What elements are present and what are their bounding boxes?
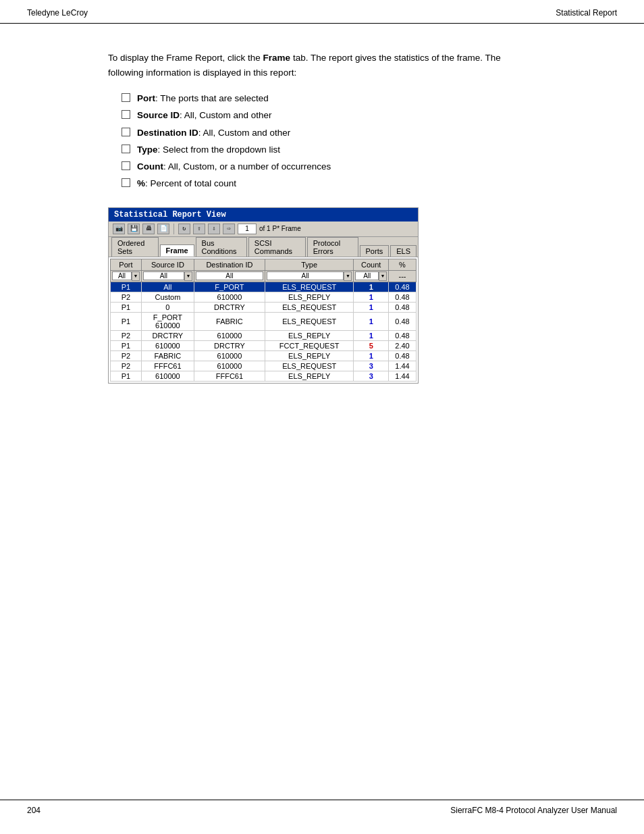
cell-type: FCCT_REQUEST [265,340,353,350]
filter-type[interactable]: All ▼ [265,270,353,282]
filter-count-dropdown[interactable]: ▼ [379,271,387,281]
toolbar-icon-2[interactable]: 💾 [128,224,140,234]
cell-dest: FABRIC [194,312,265,330]
cell-dest: DRCTRY [194,340,265,350]
toolbar-nav-input[interactable] [238,224,257,234]
bullet-destination-id: Destination ID: All, Custom and other [122,126,536,140]
toolbar-nav-down[interactable]: ⇩ [208,224,220,234]
cell-source: All [141,282,194,292]
toolbar-separator-1 [173,224,174,234]
cell-port: P2 [111,292,142,302]
tab-ordered-sets[interactable]: Ordered Sets [111,237,159,257]
col-header-pct: % [389,259,417,270]
cell-count: 1 [354,312,389,330]
cell-pct: 1.44 [389,361,417,371]
page-header: Teledyne LeCroy Statistical Report [0,0,644,24]
toolbar-nav-forward[interactable]: ⇨ [223,224,235,234]
tab-scsi-commands[interactable]: SCSI Commands [248,237,306,257]
cell-count: 1 [354,282,389,292]
table-row[interactable]: P1 0 DRCTRY ELS_REQUEST 1 0.48 [111,302,417,312]
cell-source: FFFC61 [141,361,194,371]
cell-port: P1 [111,340,142,350]
bullet-percent: %: Percent of total count [122,177,536,190]
data-table: Port Source ID Destination ID Type Count… [110,259,417,382]
checkbox-icon-port [122,93,130,102]
cell-count: 3 [354,371,389,381]
checkbox-icon-count [122,161,130,170]
filter-type-dropdown[interactable]: ▼ [344,271,352,281]
col-header-port: Port [111,259,142,270]
tab-els[interactable]: ELS [390,245,417,257]
cell-type: ELS_REPLY [265,292,353,302]
checkbox-icon-destination-id [122,128,130,136]
screenshot-title-bar: Statistical Report View [109,208,418,221]
toolbar-icon-4[interactable]: 📄 [157,224,169,234]
tab-ports[interactable]: Ports [360,245,390,257]
cell-source: 0 [141,302,194,312]
page-footer: 204 SierraFC M8-4 Protocol Analyzer User… [0,800,644,820]
table-row[interactable]: P2 FFFC61 610000 ELS_REQUEST 3 1.44 [111,361,417,371]
cell-type: ELS_REPLY [265,330,353,340]
intro-paragraph: To display the Frame Report, click the F… [108,51,536,80]
cell-pct: 0.48 [389,330,417,340]
screenshot-toolbar: 📷 💾 🖶 📄 ↻ ⇧ ⇩ ⇨ of 1 P* Frame [109,221,418,237]
cell-pct: 1.44 [389,371,417,381]
toolbar-nav-up[interactable]: ⇧ [193,224,205,234]
cell-port: P2 [111,350,142,361]
toolbar-icon-3[interactable]: 🖶 [142,224,155,234]
table-row[interactable]: P2 DRCTRY 610000 ELS_REPLY 1 0.48 [111,330,417,340]
table-row[interactable]: P2 FABRIC 610000 ELS_REPLY 1 0.48 [111,350,417,361]
cell-port: P2 [111,361,142,371]
cell-dest: DRCTRY [194,302,265,312]
table-row[interactable]: P2 Custom 610000 ELS_REPLY 1 0.48 [111,292,417,302]
checkbox-icon-source-id [122,110,130,119]
checkbox-icon-type [122,145,130,153]
tab-protocol-errors[interactable]: Protocol Errors [307,237,358,257]
tab-bus-conditions[interactable]: Bus Conditions [196,237,247,257]
cell-source: 610000 [141,340,194,350]
header-left: Teledyne LeCroy [27,8,88,18]
table-row[interactable]: P1 610000 FFFC61 ELS_REPLY 3 1.44 [111,371,417,381]
cell-source: F_PORT610000 [141,312,194,330]
cell-count: 1 [354,302,389,312]
filter-port-dropdown[interactable]: ▼ [132,271,140,281]
table-header-row: Port Source ID Destination ID Type Count… [111,259,417,270]
filter-port[interactable]: All ▼ [111,270,142,282]
table-row[interactable]: P1 All F_PORT ELS_REQUEST 1 0.48 [111,282,417,292]
cell-dest: F_PORT [194,282,265,292]
toolbar-icon-refresh[interactable]: ↻ [178,224,190,234]
filter-source-dropdown[interactable]: ▼ [184,271,192,281]
bullet-source-id: Source ID: All, Custom and other [122,109,536,122]
cell-dest: 610000 [194,292,265,302]
filter-source-id[interactable]: All ▼ [141,270,194,282]
cell-pct: 0.48 [389,292,417,302]
page-content: To display the Frame Report, click the F… [0,24,644,411]
col-header-count: Count [354,259,389,270]
cell-port: P2 [111,330,142,340]
footer-right: SierraFC M8-4 Protocol Analyzer User Man… [450,806,617,815]
cell-pct: 2.40 [389,340,417,350]
table-area: Port Source ID Destination ID Type Count… [109,257,418,383]
cell-count: 1 [354,330,389,340]
cell-pct: 0.48 [389,282,417,292]
tab-frame[interactable]: Frame [160,244,194,257]
col-header-source-id: Source ID [141,259,194,270]
cell-count: 1 [354,292,389,302]
cell-source: DRCTRY [141,330,194,340]
bullet-count: Count: All, Custom, or a number of occur… [122,160,536,174]
filter-dest-id[interactable]: All [194,270,265,282]
footer-left: 204 [27,806,41,815]
checkbox-icon-percent [122,178,130,187]
table-row[interactable]: P1 F_PORT610000 FABRIC ELS_REQUEST 1 0.4… [111,312,417,330]
bullet-list: Port: The ports that are selected Source… [122,92,536,191]
cell-count: 3 [354,361,389,371]
cell-type: ELS_REQUEST [265,361,353,371]
header-right: Statistical Report [556,8,617,18]
cell-dest: 610000 [194,330,265,340]
screenshot-title: Statistical Report View [114,210,226,219]
toolbar-icon-1[interactable]: 📷 [113,224,125,234]
cell-source: Custom [141,292,194,302]
tabs-bar: Ordered Sets Frame Bus Conditions SCSI C… [109,237,418,257]
table-row[interactable]: P1 610000 DRCTRY FCCT_REQUEST 5 2.40 [111,340,417,350]
filter-count[interactable]: All ▼ [354,270,389,282]
